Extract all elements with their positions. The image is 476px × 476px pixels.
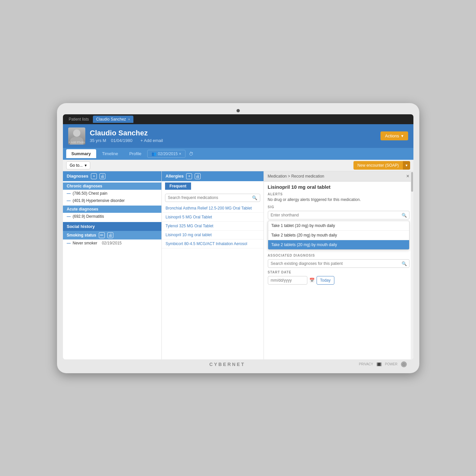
diagnosis-text: (692.9) Dermatitis (73, 214, 104, 219)
history-icon[interactable]: ⏱ (189, 151, 193, 156)
sig-search-icon: 🔍 (402, 213, 407, 218)
alerts-text: No drug or allergy alerts triggered for … (264, 197, 413, 204)
allergies-print-button[interactable]: 🖨 (195, 173, 201, 179)
privacy-icon[interactable]: ⬛ (377, 362, 382, 366)
diagnoses-title: Diagnoses (67, 174, 89, 179)
medication-list-item[interactable]: Symbicort 80-4.5 MCG/ACT Inhalation Aero… (162, 239, 264, 248)
medication-search-input[interactable] (168, 195, 252, 200)
sig-label: SIG (264, 204, 413, 210)
tab-timeline[interactable]: Timeline (97, 149, 124, 158)
start-date-wrap: 📅 Today (268, 276, 409, 285)
tab-encounter[interactable]: 👥 02/20/2015 × (147, 150, 185, 158)
tab-profile[interactable]: Profile (124, 149, 147, 158)
assoc-search-icon: 🔍 (402, 261, 407, 266)
medication-list-item[interactable]: Lisinopril 10 mg oral tablet (162, 231, 264, 239)
diagnoses-header: Diagnoses + 🖨 (63, 171, 161, 181)
add-email-link[interactable]: + Add email (140, 138, 163, 143)
diagnosis-item: — (692.9) Dermatitis (63, 213, 161, 220)
goto-button[interactable]: Go to... ▾ (66, 161, 90, 169)
medication-panel-header: Medication > Record medication × (264, 171, 413, 182)
frequent-tab-bar: Frequent (162, 181, 264, 192)
smoking-item: — Never smoker 02/19/2015 (63, 239, 161, 247)
smoking-edit-button[interactable]: ✏ (99, 232, 105, 238)
add-photo-label[interactable]: + Add Photo (68, 141, 85, 144)
tab-bar: Patient lists Claudio Sanchez × (63, 114, 413, 124)
smoking-value: Never smoker (73, 241, 98, 245)
new-encounter-dropdown-button[interactable]: ▾ (403, 161, 410, 170)
medication-list-item[interactable]: Tylenol 325 MG Oral Tablet (162, 222, 264, 231)
medication-list-item[interactable]: Bronchial Asthma Relief 12.5-200 MG Oral… (162, 204, 264, 213)
allergies-panel: Allergies + 🖨 Frequent 🔍 Bronchial Asthm… (162, 171, 264, 359)
patient-age: 35 yrs M (90, 138, 106, 143)
encounter-date: 02/20/2015 (158, 152, 178, 156)
encounter-icon: 👥 (152, 152, 156, 156)
goto-label: Go to... (70, 163, 83, 168)
medication-list-item[interactable]: Lisinopril 5 MG Oral Tablet (162, 213, 264, 222)
camera (237, 109, 240, 112)
active-patient-tab[interactable]: Claudio Sanchez × (93, 116, 133, 123)
diagnosis-text: (401.9) Hypertensive disorder (73, 198, 125, 203)
new-encounter-button[interactable]: New encounter (SOAP) (353, 161, 403, 170)
smoking-date: 02/19/2015 (102, 241, 122, 245)
calendar-icon: 📅 (309, 278, 315, 283)
patient-lists-tab[interactable]: Patient lists (66, 117, 92, 122)
tab-summary[interactable]: Summary (66, 149, 96, 158)
smoking-print-button[interactable]: 🖨 (107, 232, 113, 238)
diagnosis-item: — (786.50) Chest pain (63, 190, 161, 197)
medication-breadcrumb: Medication > Record medication (268, 174, 324, 179)
scroll-thumb[interactable] (411, 172, 413, 192)
power-button[interactable]: ⏻ (401, 361, 407, 367)
sig-option-1[interactable]: Take 1 tablet (10 mg) by mouth daily (268, 221, 409, 231)
toolbar: Go to... ▾ New encounter (SOAP) ▾ (63, 160, 413, 171)
assoc-diag-input[interactable] (268, 259, 409, 268)
diagnosis-item: — (401.9) Hypertensive disorder (63, 197, 161, 204)
encounter-close-icon[interactable]: × (179, 152, 181, 156)
privacy-label: PRIVACY (359, 362, 373, 366)
frequent-tab[interactable]: Frequent (165, 182, 191, 190)
device-bottom: CYBERNET PRIVACY ⬛ POWER ⏻ (63, 359, 413, 367)
search-icon: 🔍 (252, 195, 257, 200)
device-brand-label: CYBERNET (96, 362, 359, 367)
patient-name: Claudio Sanchez (90, 129, 376, 137)
diagnoses-add-button[interactable]: + (91, 173, 97, 179)
sig-dropdown: Take 1 tablet (10 mg) by mouth daily Tak… (268, 221, 409, 250)
device-shell: Patient lists Claudio Sanchez × + Add Ph… (57, 103, 419, 373)
active-tab-label: Claudio Sanchez (96, 117, 126, 122)
social-history-header: Social history (63, 222, 161, 231)
new-encounter-group: New encounter (SOAP) ▾ (353, 161, 410, 170)
goto-arrow-icon: ▾ (85, 163, 87, 168)
diagnosis-text: (786.50) Chest pain (73, 191, 107, 196)
patient-header: + Add Photo Claudio Sanchez 35 yrs M 01/… (63, 124, 413, 148)
assoc-diag-input-wrap: 🔍 (268, 259, 409, 268)
main-content: Diagnoses + 🖨 Chronic diagnoses — (786.5… (63, 171, 413, 359)
diagnoses-print-button[interactable]: 🖨 (99, 173, 105, 179)
smoking-status-header: Smoking status ✏ 🖨 (63, 231, 161, 239)
device-screen: Patient lists Claudio Sanchez × + Add Ph… (63, 114, 413, 359)
sig-input[interactable] (268, 211, 409, 219)
nav-tabs: Summary Timeline Profile 👥 02/20/2015 × … (63, 148, 413, 160)
allergies-add-button[interactable]: + (186, 173, 192, 179)
actions-button[interactable]: Actions ▾ (380, 131, 408, 140)
date-input[interactable] (268, 276, 307, 285)
patient-dob: 01/04/1980 (111, 138, 132, 143)
allergies-title: Allergies (166, 174, 184, 179)
allergies-header: Allergies + 🖨 (162, 171, 264, 181)
acute-diagnoses-header: Acute diagnoses (63, 206, 161, 213)
sig-option-2[interactable]: Take 2 tablets (20 mg) by mouth daily (268, 231, 409, 240)
avatar-head (73, 129, 80, 137)
close-tab-icon[interactable]: × (128, 117, 130, 121)
smoking-label: Smoking status (67, 233, 96, 238)
device-controls: PRIVACY ⬛ POWER ⏻ (359, 361, 407, 367)
today-button[interactable]: Today (317, 276, 334, 285)
alerts-label: ALERTS (264, 191, 413, 197)
diagnoses-panel: Diagnoses + 🖨 Chronic diagnoses — (786.5… (63, 171, 162, 359)
sig-option-3[interactable]: Take 2 tablets (20 mg) by mouth daily (268, 240, 409, 249)
chronic-diagnoses-header: Chronic diagnoses (63, 182, 161, 190)
scroll-bar (411, 171, 413, 359)
sig-input-wrap: 🔍 (268, 211, 409, 219)
medication-panel: Medication > Record medication × Lisinop… (264, 171, 413, 359)
medication-panel-close-button[interactable]: × (406, 173, 409, 179)
medication-search-box[interactable]: 🔍 (165, 194, 260, 202)
start-date-label: START DATE (264, 269, 413, 275)
power-label: POWER (385, 362, 398, 366)
